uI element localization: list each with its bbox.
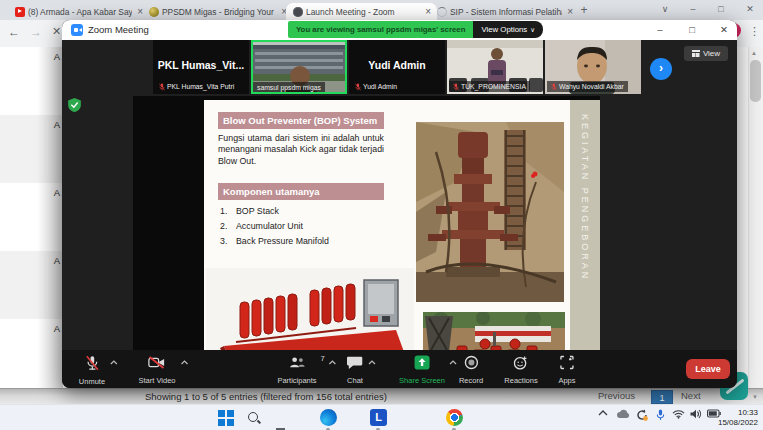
search-icon[interactable] xyxy=(245,409,262,426)
tab-zoom-launch[interactable]: Launch Meeting - Zoom × xyxy=(286,3,437,20)
onedrive-cloud-icon[interactable] xyxy=(616,409,630,419)
laser-pointer-dot xyxy=(531,174,535,178)
forward-icon[interactable]: → xyxy=(30,25,42,39)
start-video-button[interactable]: Start Video xyxy=(139,355,176,385)
back-icon[interactable]: ← xyxy=(8,25,20,39)
slide-heading-1: Blow Out Preventer (BOP) System xyxy=(218,112,384,129)
loading-spinner-favicon xyxy=(437,7,447,17)
zoom-app-icon xyxy=(71,24,83,36)
chevron-up-icon[interactable] xyxy=(110,360,118,365)
video-off-icon xyxy=(148,355,166,370)
participant-name-label: TUK_PROMINENSIA xyxy=(449,81,530,92)
chevron-down-icon: ∨ xyxy=(530,26,535,34)
tab-youtube[interactable]: (8) Armada - Apa Kabar Sayang ( × xyxy=(8,3,149,20)
muted-mic-icon xyxy=(84,355,99,371)
entries-status-text: Showing 1 to 5 of 5 entries (filtered fr… xyxy=(145,391,387,402)
windows-taskbar: L xyxy=(0,404,763,430)
slide-list-item: 2.Accumulator Unit xyxy=(220,221,303,231)
zoom-minimize-button[interactable]: – xyxy=(648,20,672,40)
meeting-security-shield-icon[interactable] xyxy=(68,98,81,112)
globe-favicon xyxy=(293,7,303,17)
slide-heading-2: Komponen utamanya xyxy=(218,183,384,200)
grid-icon xyxy=(692,50,700,57)
participant-name-label: PKL Humas_Vita Putri xyxy=(155,81,238,92)
participant-tile[interactable]: PKL Humas_Vit... PKL Humas_Vita Putri xyxy=(153,40,249,94)
browser-menu-icon[interactable]: ⋮ xyxy=(749,25,760,38)
reactions-button[interactable]: Reactions xyxy=(504,355,537,385)
scroll-up-icon[interactable]: ▲ xyxy=(751,50,757,56)
zoom-maximize-button[interactable]: □ xyxy=(680,20,704,40)
clock-time: 10:33 xyxy=(706,408,758,418)
tab-title: Launch Meeting - Zoom xyxy=(306,7,420,17)
participant-name-label: Wahyu Novaldi Akbar xyxy=(547,81,628,92)
pagination-page-1[interactable]: 1 xyxy=(651,390,673,404)
slide-side-label: KEGIATAN PENGEBORAN xyxy=(570,114,600,354)
taskbar-clock[interactable]: 10:33 15/08/2022 xyxy=(706,408,758,428)
participants-icon xyxy=(288,355,306,370)
chevron-up-icon[interactable] xyxy=(180,360,188,365)
apps-button[interactable]: Apps xyxy=(558,355,575,385)
pagination-previous[interactable]: Previous xyxy=(598,390,635,401)
leave-button[interactable]: Leave xyxy=(686,359,730,379)
participant-tile-active-speaker[interactable]: samsul ppsdm migas xyxy=(251,40,347,94)
wifi-icon[interactable] xyxy=(672,409,685,419)
record-button[interactable]: Record xyxy=(459,355,483,385)
microphone-tray-icon[interactable] xyxy=(656,409,665,421)
tab-close-icon[interactable]: × xyxy=(565,7,575,17)
participant-tile[interactable]: Wahyu Novaldi Akbar xyxy=(545,40,641,94)
chevron-up-icon[interactable] xyxy=(329,360,337,365)
muted-mic-icon xyxy=(355,83,361,91)
chevron-up-icon[interactable] xyxy=(449,360,457,365)
chat-bubble-icon xyxy=(347,355,363,370)
muted-mic-icon xyxy=(159,83,165,91)
muted-mic-icon xyxy=(551,83,557,91)
view-options-button[interactable]: View Options ∨ xyxy=(473,21,543,38)
tab-ppsdm[interactable]: PPSDM Migas - Bridging Your Su × xyxy=(142,3,293,20)
tray-chevron-up-icon[interactable] xyxy=(598,409,608,417)
pagination-next[interactable]: Next xyxy=(681,390,701,401)
tab-title: SIP - Sistem Informasi Pelatihan xyxy=(450,7,562,17)
next-participants-button[interactable]: › xyxy=(650,58,672,80)
sync-icon[interactable] xyxy=(636,409,648,421)
scroll-down-icon[interactable]: ▼ xyxy=(752,394,758,400)
chrome-icon[interactable] xyxy=(446,409,463,426)
task-view-icon[interactable] xyxy=(270,426,287,430)
table-status-bar: Showing 1 to 5 of 5 entries (filtered fr… xyxy=(0,388,763,404)
start-button[interactable] xyxy=(217,409,234,426)
slide-paragraph: Fungsi utama dari sistem ini adalah untu… xyxy=(218,133,384,167)
share-screen-button[interactable]: Share Screen xyxy=(399,355,445,385)
zoom-toolbar: Unmute Start Video xyxy=(62,350,737,388)
participant-name-label: Yudi Admin xyxy=(351,81,401,92)
participant-tile[interactable]: Yudi Admin Yudi Admin xyxy=(349,40,445,94)
youtube-favicon xyxy=(15,7,25,17)
participants-button[interactable]: 7 Participants xyxy=(277,355,316,385)
screen: (8) Armada - Apa Kabar Sayang ( × PPSDM … xyxy=(0,0,763,430)
new-tab-button[interactable]: + xyxy=(576,2,592,18)
zoom-close-button[interactable]: ✕ xyxy=(712,20,736,40)
chat-button[interactable]: Chat xyxy=(347,355,363,385)
view-layout-button[interactable]: View xyxy=(684,46,728,61)
share-screen-icon xyxy=(414,355,430,370)
tab-search-chevron-icon[interactable]: ∨ xyxy=(652,0,678,19)
chevron-up-icon[interactable] xyxy=(368,360,376,365)
participant-tile[interactable]: TUK_PROMINENSIA xyxy=(447,40,543,94)
browser-close-button[interactable]: ✕ xyxy=(737,0,763,19)
browser-minimize-button[interactable]: – xyxy=(680,0,706,19)
scrollbar-thumb[interactable] xyxy=(750,60,761,102)
browser-maximize-button[interactable]: □ xyxy=(708,0,734,19)
tab-title: PPSDM Migas - Bridging Your Su xyxy=(162,7,276,17)
zoom-window-title: Zoom Meeting xyxy=(88,24,149,35)
screen-share-banner: You are viewing samsul ppsdm migas' scre… xyxy=(288,21,543,38)
l-app-icon[interactable]: L xyxy=(370,409,387,426)
speaker-icon[interactable] xyxy=(690,409,702,419)
browser-tab-strip: (8) Armada - Apa Kabar Sayang ( × PPSDM … xyxy=(0,0,763,20)
tab-sip[interactable]: SIP - Sistem Informasi Pelatihan × xyxy=(430,3,579,20)
slide-list-item: 3.Back Pressure Manifold xyxy=(220,236,329,246)
stop-loading-icon[interactable]: ✕ xyxy=(52,25,61,38)
smiley-icon xyxy=(513,355,528,370)
window-shadow xyxy=(37,47,63,388)
bop-stack-photo xyxy=(416,122,564,302)
muted-mic-icon xyxy=(453,83,459,91)
unmute-button[interactable]: Unmute xyxy=(79,355,105,386)
edge-icon[interactable] xyxy=(320,409,337,426)
